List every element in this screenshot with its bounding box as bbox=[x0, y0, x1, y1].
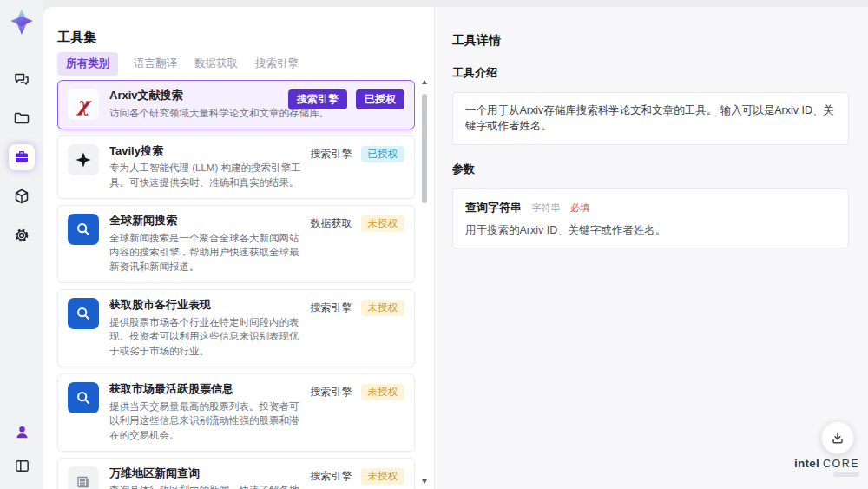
params-heading: 参数 bbox=[452, 162, 849, 177]
tool-list-panel: 工具集 所有类别 语言翻译 数据获取 搜索引擎 χ Arxiv文献搜索 访问各个… bbox=[43, 7, 434, 489]
tool-description: 专为人工智能代理 (LLM) 构建的搜索引擎工具。可快速提供实时、准确和真实的结… bbox=[109, 161, 304, 189]
tool-category-label: 搜索引擎 bbox=[311, 469, 352, 484]
list-scrollbar[interactable] bbox=[421, 80, 428, 484]
download-button[interactable] bbox=[821, 421, 854, 454]
sidebar-nav bbox=[0, 66, 43, 248]
brand-watermark bbox=[833, 472, 859, 477]
tool-name: 万维地区新闻查询 bbox=[109, 466, 304, 481]
package-icon[interactable] bbox=[9, 183, 35, 209]
category-tabs: 所有类别 语言翻译 数据获取 搜索引擎 bbox=[57, 52, 300, 76]
app-root: 工具集 所有类别 语言翻译 数据获取 搜索引擎 χ Arxiv文献搜索 访问各个… bbox=[0, 0, 868, 489]
tool-description: 提供当天交易量最高的股票列表。投资者可以利用这些信息来识别流动性强的股票和潜在的… bbox=[109, 400, 304, 443]
tool-detail-panel: 工具详情 工具介绍 一个用于从Arxiv存储库搜索科学论文和文章的工具。 输入可… bbox=[434, 7, 868, 489]
scrollbar-thumb[interactable] bbox=[422, 94, 427, 203]
settings-gear-icon[interactable] bbox=[9, 222, 35, 248]
stock-sector-search-icon bbox=[68, 298, 99, 329]
tool-category-badge: 搜索引擎 bbox=[288, 89, 347, 109]
news-search-icon bbox=[68, 214, 99, 245]
tool-text: 获取市场最活跃股票信息 提供当天交易量最高的股票列表。投资者可以利用这些信息来识… bbox=[109, 382, 304, 443]
tab-all-categories[interactable]: 所有类别 bbox=[57, 52, 118, 76]
tool-list: χ Arxiv文献搜索 访问各个研究领域大量科学论文和文章的存储库。 搜索引擎 … bbox=[57, 80, 415, 489]
tool-status-badge: 未授权 bbox=[361, 300, 405, 316]
tool-list-item-regional-news[interactable]: 万维地区新闻查询 查询具体行政区划内的新闻，快速了解各地新闻动态 搜索引擎 未授… bbox=[57, 458, 415, 489]
detail-panel-title: 工具详情 bbox=[452, 33, 849, 49]
user-avatar-icon[interactable] bbox=[9, 419, 35, 445]
parameter-description: 用于搜索的Arxiv ID、关键字或作者姓名。 bbox=[465, 223, 836, 238]
tool-name: 获取股市各行业表现 bbox=[109, 298, 304, 313]
chat-icon[interactable] bbox=[9, 66, 35, 92]
tool-status-badge: 未授权 bbox=[361, 215, 405, 232]
tool-text: 万维地区新闻查询 查询具体行政区划内的新闻，快速了解各地新闻动态 bbox=[109, 466, 304, 489]
tool-category-label: 搜索引擎 bbox=[311, 385, 352, 400]
parameter-required-flag: 必填 bbox=[570, 202, 589, 213]
tool-side: 搜索引擎 已授权 bbox=[288, 89, 404, 109]
tool-status-badge: 已授权 bbox=[356, 89, 404, 109]
tool-name: 全球新闻搜索 bbox=[109, 214, 304, 228]
tool-status-badge: 未授权 bbox=[361, 384, 405, 400]
parameter-type: 字符串 bbox=[531, 202, 560, 213]
tool-text: 获取股市各行业表现 提供股票市场各个行业在特定时间段内的表现。投资者可以利用这些… bbox=[109, 298, 304, 359]
tab-language-translation[interactable]: 语言翻译 bbox=[132, 52, 179, 76]
tool-description: 全球新闻搜索是一个聚合全球各大新闻网站内容的搜索引擎，帮助用户快速获取全球最新资… bbox=[109, 231, 304, 274]
arxiv-chi-icon: χ bbox=[68, 89, 99, 120]
scroll-up-arrow-icon[interactable] bbox=[422, 80, 427, 84]
gem-logo-icon[interactable] bbox=[7, 7, 36, 36]
tool-side: 数据获取 未授权 bbox=[311, 214, 405, 232]
tool-side: 搜索引擎 已授权 bbox=[311, 144, 405, 162]
tool-name: 获取市场最活跃股票信息 bbox=[109, 382, 304, 397]
parameter-name: 查询字符串 bbox=[465, 201, 522, 214]
tool-status-badge: 已授权 bbox=[361, 146, 405, 162]
page-title: 工具集 bbox=[57, 30, 96, 46]
intro-heading: 工具介绍 bbox=[452, 65, 849, 81]
tool-description: 提供股票市场各个行业在特定时间段内的表现。投资者可以利用这些信息来识别表现优于或… bbox=[109, 315, 304, 359]
tool-category-label: 数据获取 bbox=[311, 216, 352, 231]
tool-description: 查询具体行政区划内的新闻，快速了解各地新闻动态 bbox=[109, 483, 304, 489]
tool-list-item-global-news[interactable]: 全球新闻搜索 全球新闻搜索是一个聚合全球各大新闻网站内容的搜索引擎，帮助用户快速… bbox=[57, 205, 415, 283]
arxiv-glyph: χ bbox=[77, 95, 89, 114]
parameter-box: 查询字符串 字符串 必填 用于搜索的Arxiv ID、关键字或作者姓名。 bbox=[452, 188, 849, 248]
main-content: 工具集 所有类别 语言翻译 数据获取 搜索引擎 χ Arxiv文献搜索 访问各个… bbox=[43, 7, 868, 489]
tool-side: 搜索引擎 未授权 bbox=[311, 298, 405, 316]
brand-primary: intel bbox=[794, 457, 819, 470]
four-point-star-icon bbox=[68, 144, 99, 175]
active-stocks-search-icon bbox=[68, 382, 99, 413]
toolbox-icon[interactable] bbox=[9, 144, 35, 170]
intro-box: 一个用于从Arxiv存储库搜索科学论文和文章的工具。 输入可以是Arxiv ID… bbox=[452, 92, 849, 146]
intel-core-logo: intelcore bbox=[794, 457, 859, 477]
folder-icon[interactable] bbox=[9, 105, 35, 131]
tool-category-label: 搜索引擎 bbox=[311, 147, 352, 162]
tool-name: Tavily搜索 bbox=[109, 144, 304, 159]
sidebar-bottom bbox=[0, 419, 43, 479]
panel-toggle-icon[interactable] bbox=[9, 453, 35, 479]
tool-side: 搜索引擎 未授权 bbox=[311, 466, 405, 485]
tool-text: 全球新闻搜索 全球新闻搜索是一个聚合全球各大新闻网站内容的搜索引擎，帮助用户快速… bbox=[109, 214, 304, 274]
intro-text: 一个用于从Arxiv存储库搜索科学论文和文章的工具。 输入可以是Arxiv ID… bbox=[465, 102, 836, 135]
tool-side: 搜索引擎 未授权 bbox=[311, 382, 405, 400]
scroll-down-arrow-icon[interactable] bbox=[422, 479, 427, 484]
tool-list-item-sector-performance[interactable]: 获取股市各行业表现 提供股票市场各个行业在特定时间段内的表现。投资者可以利用这些… bbox=[57, 289, 415, 367]
tool-list-item-arxiv[interactable]: χ Arxiv文献搜索 访问各个研究领域大量科学论文和文章的存储库。 搜索引擎 … bbox=[57, 80, 415, 129]
regional-newspaper-icon bbox=[68, 466, 99, 489]
tool-text: Tavily搜索 专为人工智能代理 (LLM) 构建的搜索引擎工具。可快速提供实… bbox=[109, 144, 304, 190]
brand-secondary: core bbox=[823, 458, 859, 470]
tool-list-item-most-active-stocks[interactable]: 获取市场最活跃股票信息 提供当天交易量最高的股票列表。投资者可以利用这些信息来识… bbox=[57, 373, 415, 452]
icon-sidebar bbox=[0, 0, 43, 489]
download-icon bbox=[830, 430, 845, 446]
tab-data-acquisition[interactable]: 数据获取 bbox=[193, 52, 240, 76]
tool-list-item-tavily[interactable]: Tavily搜索 专为人工智能代理 (LLM) 构建的搜索引擎工具。可快速提供实… bbox=[57, 135, 415, 199]
tab-search-engine[interactable]: 搜索引擎 bbox=[253, 52, 300, 76]
tool-status-badge: 未授权 bbox=[361, 468, 405, 485]
parameter-header: 查询字符串 字符串 必填 bbox=[465, 199, 836, 215]
tool-category-label: 搜索引擎 bbox=[311, 301, 352, 315]
